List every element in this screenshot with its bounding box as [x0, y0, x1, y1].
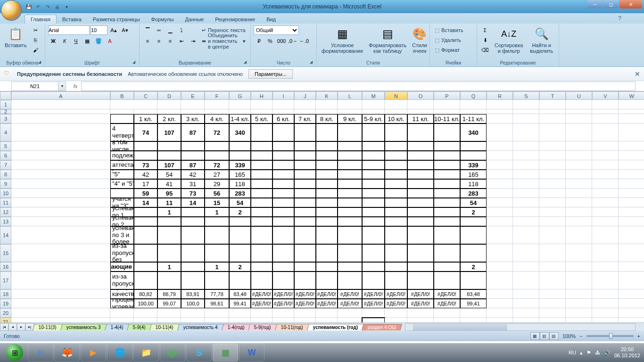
cell[interactable]: #ДЕЛ/0! — [251, 289, 272, 299]
cell[interactable]: 54 — [157, 170, 181, 179]
help-icon[interactable]: ? — [618, 15, 621, 22]
cell[interactable]: неуспевающие — [110, 262, 134, 272]
cell[interactable]: 339 — [229, 160, 251, 170]
maximize-button[interactable]: ◻ — [603, 0, 619, 8]
cell[interactable] — [294, 318, 316, 322]
cell[interactable] — [181, 262, 205, 272]
cell[interactable] — [566, 289, 592, 299]
cell[interactable] — [513, 299, 539, 308]
cell[interactable] — [487, 299, 513, 308]
format-painter-icon[interactable]: 🖌 — [31, 45, 41, 55]
cell[interactable] — [566, 308, 592, 318]
fill-icon[interactable]: ⬇ — [480, 35, 490, 45]
cell[interactable] — [434, 141, 460, 151]
cell[interactable]: 283 — [229, 189, 251, 198]
cell[interactable] — [385, 226, 407, 244]
cell[interactable] — [566, 141, 592, 151]
cell[interactable] — [294, 179, 316, 189]
cell[interactable] — [385, 217, 407, 226]
cell[interactable]: #ДЕЛ/0! — [362, 299, 385, 308]
cell[interactable]: 2 кл. — [157, 114, 181, 123]
cell[interactable] — [338, 198, 362, 207]
cell[interactable] — [134, 151, 157, 160]
start-button[interactable]: ⊞ — [2, 344, 27, 362]
horizontal-scrollbar[interactable] — [405, 323, 636, 331]
cell[interactable] — [487, 289, 513, 299]
cell[interactable]: #ДЕЛ/0! — [294, 299, 316, 308]
cell[interactable] — [619, 100, 644, 109]
cell[interactable] — [592, 272, 619, 289]
cell[interactable] — [619, 299, 644, 308]
cell[interactable] — [134, 207, 157, 217]
cell[interactable]: 165 — [460, 170, 487, 179]
cell[interactable] — [385, 244, 407, 262]
cell[interactable] — [513, 272, 539, 289]
cell[interactable] — [619, 262, 644, 272]
cell[interactable]: 27 — [205, 170, 229, 179]
indent-dec-icon[interactable]: ⇤ — [176, 36, 187, 46]
cell[interactable] — [592, 141, 619, 151]
cell[interactable]: 100,00 — [134, 299, 157, 308]
cell[interactable] — [566, 160, 592, 170]
cell[interactable]: Всего учащихся на конец 4 четверти 2009-… — [110, 123, 134, 141]
row-header[interactable]: 13 — [0, 217, 11, 226]
cell[interactable] — [592, 109, 619, 114]
cell[interactable] — [205, 308, 229, 318]
cell[interactable] — [487, 226, 513, 244]
cell[interactable] — [513, 289, 539, 299]
cell[interactable] — [385, 318, 407, 322]
cell[interactable]: 5-9 кл. — [362, 114, 385, 123]
cell[interactable] — [338, 262, 362, 272]
cell[interactable] — [592, 308, 619, 318]
cell[interactable] — [539, 123, 566, 141]
cell[interactable] — [272, 226, 294, 244]
cell[interactable] — [110, 109, 134, 114]
cell[interactable] — [272, 318, 294, 322]
col-header[interactable]: G — [229, 91, 251, 100]
cell[interactable] — [362, 244, 385, 262]
security-params-button[interactable]: Параметры... — [248, 69, 293, 79]
cell[interactable] — [157, 109, 181, 114]
cell[interactable] — [487, 160, 513, 170]
cell[interactable]: 99,41 — [229, 299, 251, 308]
comma-icon[interactable]: 000 — [276, 36, 287, 46]
row-header[interactable]: 12 — [0, 207, 11, 217]
cell[interactable] — [407, 100, 434, 109]
cell[interactable] — [460, 226, 487, 244]
cell[interactable] — [157, 318, 181, 322]
cell[interactable] — [251, 179, 272, 189]
cell[interactable] — [294, 226, 316, 244]
worksheet-area[interactable]: ABCDEFGHIJKLMNOPQRSTUVW1Успеваемость уча… — [0, 91, 644, 322]
row-header[interactable]: 15 — [0, 244, 11, 262]
cell[interactable] — [362, 262, 385, 272]
cell[interactable]: 77,78 — [205, 289, 229, 299]
cell[interactable] — [338, 179, 362, 189]
cell[interactable]: 88,79 — [157, 289, 181, 299]
cell[interactable] — [407, 318, 434, 322]
cell[interactable] — [566, 109, 592, 114]
cell[interactable] — [362, 160, 385, 170]
cell[interactable] — [407, 308, 434, 318]
cell[interactable] — [539, 189, 566, 198]
select-all-corner[interactable] — [0, 91, 11, 100]
align-middle-icon[interactable]: ═ — [154, 25, 164, 35]
taskbar-mail[interactable]: @ — [160, 344, 185, 362]
cell[interactable]: 2 — [229, 262, 251, 272]
cell[interactable] — [362, 179, 385, 189]
copy-icon[interactable]: ⎘ — [31, 35, 41, 45]
cell[interactable] — [11, 299, 110, 308]
formula-input[interactable] — [81, 82, 636, 91]
sheet-tab[interactable]: успеваемость 4 — [177, 324, 224, 330]
align-bottom-icon[interactable]: ▁ — [165, 25, 175, 35]
cell[interactable] — [407, 244, 434, 262]
cell[interactable] — [110, 308, 134, 318]
cell[interactable] — [619, 217, 644, 226]
cell[interactable]: 74 — [134, 123, 157, 141]
cell[interactable] — [592, 318, 619, 322]
cell[interactable] — [338, 217, 362, 226]
align-center-icon[interactable]: ≡ — [154, 36, 164, 46]
cell[interactable] — [385, 151, 407, 160]
cell[interactable] — [434, 189, 460, 198]
cell[interactable] — [11, 151, 110, 160]
cell[interactable] — [205, 226, 229, 244]
